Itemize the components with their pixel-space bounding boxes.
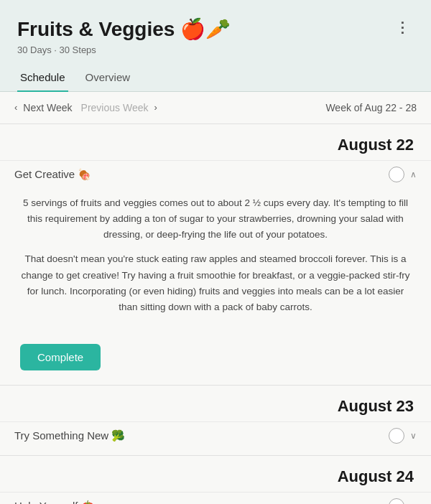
- paragraph1-aug22: 5 servings of fruits and veggies comes o…: [17, 195, 414, 243]
- activity-label-aug23: Try Something New 🥦: [14, 429, 125, 442]
- chevron-down-aug24[interactable]: ∨: [410, 501, 417, 504]
- day-section-aug24: August 24 Help Yourself 🍅 ∨: [0, 456, 431, 504]
- week-nav: ‹ Next Week Previous Week › Week of Aug …: [0, 92, 431, 124]
- chevron-up-aug22[interactable]: ∧: [410, 169, 417, 179]
- activity-row-aug22: Get Creative 🍖 ∧: [0, 160, 431, 188]
- app-title: Fruits & Veggies 🍎🥕: [17, 17, 231, 42]
- expanded-content-aug22: 5 servings of fruits and veggies comes o…: [0, 188, 431, 336]
- activity-controls-aug23: ∨: [389, 428, 417, 444]
- day-header-aug22: August 22: [0, 124, 431, 160]
- tab-bar: Schedule Overview: [0, 64, 431, 92]
- week-range-label: Week of Aug 22 - 28: [325, 102, 417, 113]
- day-header-aug24: August 24: [0, 456, 431, 492]
- app-container: Fruits & Veggies 🍎🥕 30 Days · 30 Steps ⋮…: [0, 0, 431, 504]
- header: Fruits & Veggies 🍎🥕 30 Days · 30 Steps ⋮: [0, 0, 431, 64]
- activity-label-aug22: Get Creative 🍖: [14, 168, 91, 181]
- complete-button-aug22[interactable]: Complete: [20, 344, 101, 370]
- complete-circle-aug23[interactable]: [389, 428, 404, 444]
- complete-btn-container: Complete: [0, 335, 431, 385]
- right-arrow: ›: [154, 102, 157, 113]
- next-week-button[interactable]: Next Week: [20, 101, 75, 115]
- activity-row-aug24: Help Yourself 🍅 ∨: [0, 492, 431, 504]
- prev-week-button[interactable]: Previous Week: [78, 101, 152, 115]
- activity-label-aug24: Help Yourself 🍅: [14, 500, 95, 504]
- activity-controls-aug22: ∧: [389, 167, 417, 182]
- content-area: ‹ Next Week Previous Week › Week of Aug …: [0, 92, 431, 504]
- activity-row-aug23: Try Something New 🥦 ∨: [0, 421, 431, 449]
- app-subtitle: 30 Days · 30 Steps: [17, 45, 231, 55]
- complete-circle-aug22[interactable]: [389, 167, 404, 182]
- day-section-aug23: August 23 Try Something New 🥦 ∨: [0, 386, 431, 456]
- left-arrow: ‹: [14, 102, 17, 113]
- activity-controls-aug24: ∨: [389, 498, 417, 504]
- day-header-aug23: August 23: [0, 386, 431, 421]
- tab-overview[interactable]: Overview: [83, 64, 134, 92]
- complete-circle-aug24[interactable]: [389, 498, 404, 504]
- tab-schedule[interactable]: Schedule: [17, 64, 68, 92]
- chevron-down-aug23[interactable]: ∨: [410, 431, 417, 441]
- week-nav-left: ‹ Next Week Previous Week ›: [14, 101, 157, 115]
- paragraph2-aug22: That doesn't mean you're stuck eating ra…: [17, 251, 414, 315]
- day-section-aug22: August 22 Get Creative 🍖 ∧ 5 servings of…: [0, 124, 431, 386]
- header-text: Fruits & Veggies 🍎🥕 30 Days · 30 Steps: [17, 17, 231, 55]
- more-icon[interactable]: ⋮: [392, 17, 414, 37]
